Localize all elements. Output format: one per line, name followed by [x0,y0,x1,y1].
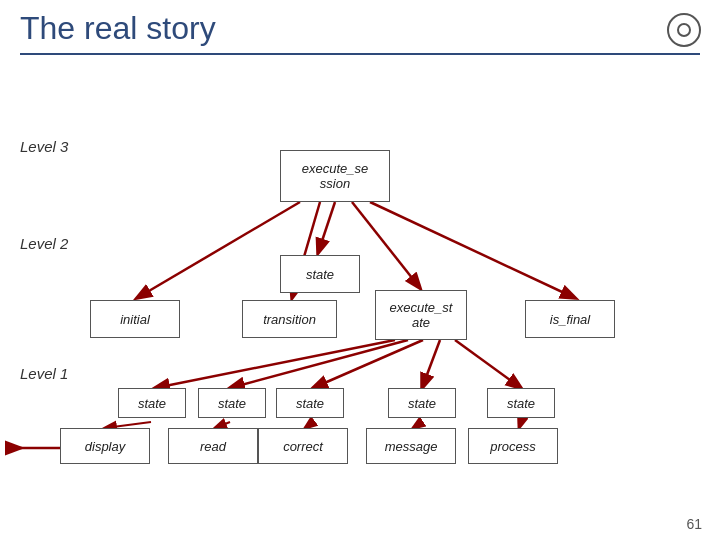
svg-line-5 [352,202,420,288]
svg-line-10 [422,340,440,388]
svg-line-2 [318,202,335,253]
svg-line-8 [230,340,408,388]
state-l2-box: state [280,255,360,293]
correct-box: correct [258,428,348,464]
transition-box: transition [242,300,337,338]
process-box: process [468,428,558,464]
svg-line-11 [455,340,521,388]
is-final-box: is_final [525,300,615,338]
state-message-box: state [388,388,456,418]
level2-label: Level 2 [20,235,68,252]
state-display-box: state [118,388,186,418]
initial-box: initial [90,300,180,338]
execute-session-box: execute_se ssion [280,150,390,202]
diagram: Level 3 Level 2 Level 1 [0,70,720,500]
level3-label: Level 3 [20,138,68,155]
read-box: read [168,428,258,464]
level1-label: Level 1 [20,365,68,382]
svg-point-0 [668,14,700,46]
display-box: display [60,428,150,464]
page-number: 61 [686,516,702,532]
svg-line-6 [370,202,575,298]
logo-icon [666,12,702,48]
svg-point-1 [678,24,690,36]
slide: The real story Level 3 Level 2 Level 1 [0,0,720,540]
slide-title: The real story [20,10,700,55]
state-correct-box: state [276,388,344,418]
state-read-box: state [198,388,266,418]
svg-line-7 [155,340,395,388]
message-box: message [366,428,456,464]
svg-line-9 [313,340,423,388]
execute-state-box: execute_st ate [375,290,467,340]
svg-line-3 [137,202,300,298]
state-process-box: state [487,388,555,418]
